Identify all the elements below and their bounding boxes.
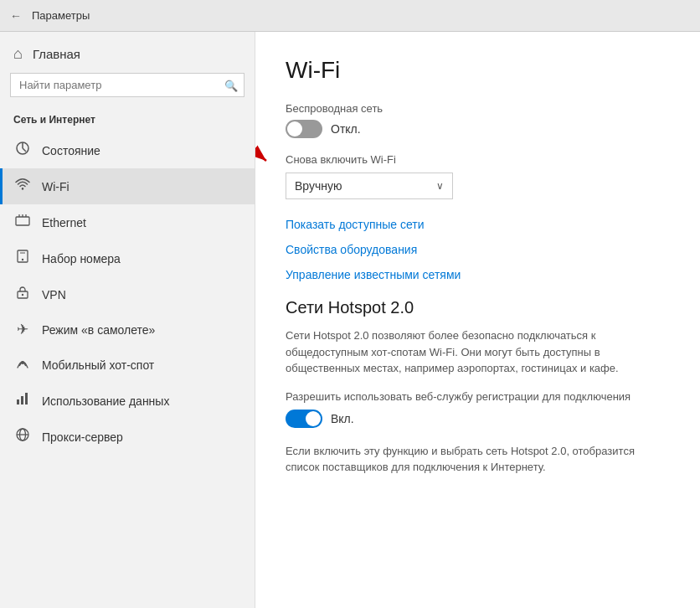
- sidebar-item-airplane[interactable]: ✈ Режим «в самолете»: [0, 312, 255, 347]
- proxy-icon: [13, 427, 32, 446]
- search-input[interactable]: [10, 73, 244, 97]
- reconnect-section: Снова включить Wi-Fi Вручную ∨: [286, 153, 670, 199]
- sidebar-label-airplane: Режим «в самолете»: [42, 323, 155, 337]
- sidebar-label-dialup: Набор номера: [42, 252, 121, 265]
- back-button[interactable]: ←: [10, 9, 22, 23]
- wifi-toggle-knob: [287, 121, 302, 137]
- ethernet-icon: [13, 213, 32, 232]
- hotspot-reg-label: Разрешить использовать веб-службу регист…: [286, 390, 670, 403]
- home-icon: ⌂: [13, 45, 23, 63]
- wifi-toggle[interactable]: [286, 120, 322, 138]
- home-label: Главная: [33, 47, 80, 61]
- hotspot-toggle-row: Вкл.: [286, 410, 670, 428]
- dropdown-arrow-icon: ∨: [436, 180, 444, 192]
- sidebar-label-mobilehotspot: Мобильный хот-спот: [42, 358, 154, 372]
- hotspot-toggle-knob: [306, 411, 321, 426]
- sidebar-label-proxy: Прокси-сервер: [42, 430, 123, 444]
- page-title: Wi-Fi: [286, 57, 670, 84]
- sidebar-item-datausage[interactable]: Использование данных: [0, 383, 255, 419]
- svg-line-2: [23, 148, 26, 152]
- sidebar-search: 🔍: [10, 73, 244, 97]
- svg-point-9: [22, 259, 23, 260]
- status-icon: [13, 141, 32, 160]
- wifi-icon: [13, 177, 32, 196]
- dialup-icon: [13, 249, 32, 268]
- svg-rect-16: [25, 393, 28, 404]
- sidebar-item-wifi[interactable]: Wi-Fi: [0, 168, 255, 204]
- hotspot-section: Сети Hotspot 2.0 Сети Hotspot 2.0 позвол…: [286, 298, 670, 476]
- wifi-toggle-row: Откл.: [286, 120, 670, 138]
- sidebar-section-title: Сеть и Интернет: [0, 109, 255, 132]
- sidebar-item-proxy[interactable]: Прокси-сервер: [0, 419, 255, 455]
- sidebar-label-vpn: VPN: [42, 288, 66, 301]
- content-area: ⌂ Главная 🔍 Сеть и Интернет Состояние: [0, 32, 700, 608]
- hardware-properties-link[interactable]: Свойства оборудования: [286, 243, 670, 256]
- manage-networks-link[interactable]: Управление известными сетями: [286, 268, 670, 281]
- sidebar-label-datausage: Использование данных: [42, 394, 169, 408]
- sidebar-item-dialup[interactable]: Набор номера: [0, 240, 255, 276]
- hotspot-toggle-label: Вкл.: [331, 412, 354, 425]
- sidebar: ⌂ Главная 🔍 Сеть и Интернет Состояние: [0, 32, 255, 608]
- title-bar: ← Параметры: [0, 0, 700, 32]
- reconnect-dropdown[interactable]: Вручную ∨: [286, 173, 453, 199]
- hotspot-title: Сети Hotspot 2.0: [286, 298, 670, 317]
- wireless-label: Беспроводная сеть: [286, 102, 670, 115]
- sidebar-item-ethernet[interactable]: Ethernet: [0, 204, 255, 240]
- svg-rect-4: [16, 217, 29, 225]
- wifi-toggle-label: Откл.: [331, 122, 361, 136]
- window-title: Параметры: [32, 9, 90, 22]
- search-icon: 🔍: [224, 79, 238, 91]
- show-networks-link[interactable]: Показать доступные сети: [286, 218, 670, 231]
- datausage-icon: [13, 391, 32, 410]
- sidebar-item-status[interactable]: Состояние: [0, 132, 255, 168]
- sidebar-item-mobilehotspot[interactable]: Мобильный хот-спот: [0, 347, 255, 383]
- sidebar-item-vpn[interactable]: VPN: [0, 276, 255, 312]
- dropdown-value: Вручную: [295, 179, 342, 193]
- sidebar-label-wifi: Wi-Fi: [42, 180, 69, 193]
- reconnect-label: Снова включить Wi-Fi: [286, 153, 670, 166]
- svg-rect-14: [17, 399, 19, 404]
- sidebar-home[interactable]: ⌂ Главная: [0, 32, 255, 73]
- sidebar-label-ethernet: Ethernet: [42, 216, 86, 229]
- svg-point-12: [22, 294, 23, 296]
- svg-rect-15: [21, 396, 23, 404]
- svg-point-3: [22, 188, 23, 189]
- hotspot-description: Сети Hotspot 2.0 позволяют более безопас…: [286, 327, 670, 377]
- main-content: Wi-Fi Беспроводная сеть Откл. Снова вклю…: [255, 32, 700, 608]
- mobilehotspot-icon: [13, 355, 32, 374]
- vpn-icon: [13, 285, 32, 304]
- hotspot-toggle[interactable]: [286, 410, 322, 428]
- airplane-icon: ✈: [13, 321, 32, 338]
- hotspot-note: Если включить эту функцию и выбрать сеть…: [286, 443, 670, 476]
- sidebar-label-status: Состояние: [42, 144, 100, 157]
